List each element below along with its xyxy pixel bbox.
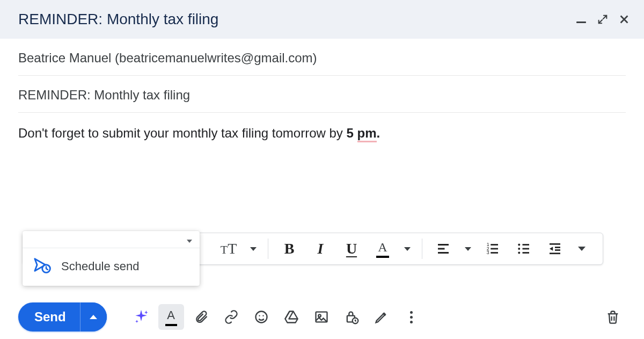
link-icon [224,309,239,324]
window-controls [574,12,631,26]
recipient-value: Beatrice Manuel (beatricemanuelwrites@gm… [18,51,317,65]
confidential-mode-button[interactable] [339,304,364,330]
body-text: Don't forget to submit your monthly tax … [18,126,347,140]
bold-icon: B [284,240,295,257]
caret-down-icon [578,247,586,251]
compose-title: REMINDER: Monthly tax filing [18,11,574,28]
numbered-list-button[interactable]: 1 2 3 [480,236,505,261]
italic-icon: I [318,240,324,257]
image-icon [314,309,329,324]
discard-draft-button[interactable] [600,304,626,330]
caret-down-icon [250,247,257,251]
more-options-button[interactable] [399,304,425,330]
svg-point-15 [518,252,520,254]
ai-write-button[interactable] [128,304,154,330]
insert-emoji-button[interactable] [248,304,274,330]
schedule-send-label: Schedule send [61,259,140,273]
toolbar-divider [268,239,268,259]
align-button[interactable] [431,236,456,261]
text-color-button[interactable]: A [370,236,395,261]
formatting-icon: A [165,308,177,326]
svg-point-13 [518,248,520,250]
recipient-field[interactable]: Beatrice Manuel (beatricemanuelwrites@gm… [18,39,626,76]
align-icon [435,241,451,257]
formatting-toggle-button[interactable]: A [158,304,184,330]
svg-point-27 [318,314,321,317]
caret-down-icon [465,247,471,251]
expand-icon [597,13,609,25]
bulleted-list-button[interactable] [511,236,536,261]
formatting-more-button[interactable] [574,236,590,261]
text-color-dropdown[interactable] [401,236,413,261]
underline-icon: U [346,240,357,257]
subject-field[interactable]: REMINDER: Monthly tax filing [18,76,626,113]
paperclip-icon [194,309,209,324]
insert-photo-button[interactable] [309,304,334,330]
lock-clock-icon [344,309,359,324]
font-size-icon: TT [221,240,237,257]
svg-marker-21 [550,247,553,251]
bulleted-list-icon [516,241,532,257]
caret-up-icon [90,315,97,319]
indent-less-button[interactable] [543,236,567,261]
fullscreen-button[interactable] [596,12,610,26]
indent-less-icon [547,241,563,257]
insert-drive-button[interactable] [279,304,304,330]
more-vertical-icon [410,311,413,323]
compose-body: Beatrice Manuel (beatricemanuelwrites@gm… [0,39,644,154]
svg-point-25 [262,315,264,316]
align-dropdown[interactable] [462,236,474,261]
caret-down-icon [404,247,411,251]
toolbar-divider [422,239,422,259]
svg-point-23 [255,312,267,323]
body-bold: 5 [347,126,357,140]
italic-button[interactable]: I [308,236,333,261]
sparkle-icon [133,308,150,326]
minimize-icon [576,21,586,23]
font-size-dropdown[interactable] [247,236,259,261]
subject-value: REMINDER: Monthly tax filing [18,88,190,102]
send-more-button[interactable] [80,302,107,331]
close-button[interactable] [617,12,631,26]
insert-link-button[interactable] [218,304,244,330]
schedule-send-item[interactable]: Schedule send [23,250,200,283]
insert-signature-button[interactable] [369,304,394,330]
minimize-button[interactable] [574,12,588,26]
close-icon [618,13,630,25]
attach-file-button[interactable] [188,304,214,330]
svg-point-24 [259,315,260,316]
schedule-send-popup: Schedule send [23,231,200,286]
send-label: Send [34,309,66,324]
send-button[interactable]: Send [18,302,80,331]
bold-button[interactable]: B [277,236,302,261]
text-color-icon: A [376,240,389,258]
body-bold-spellcheck: pm [357,126,377,142]
compose-action-bar: Send A [18,302,626,331]
font-size-button[interactable]: TT [216,236,241,261]
drive-icon [284,309,299,324]
pen-icon [374,309,389,324]
schedule-send-icon [33,256,52,277]
compose-header: REMINDER: Monthly tax filing [0,0,644,39]
trash-icon [605,309,620,324]
send-options-dropdown[interactable] [23,234,200,248]
svg-point-11 [518,244,520,246]
svg-text:3: 3 [487,250,489,255]
send-split-button: Send [18,302,107,331]
numbered-list-icon: 1 2 3 [485,241,501,257]
body-suffix: . [377,126,380,140]
message-body[interactable]: Don't forget to submit your monthly tax … [18,113,626,154]
underline-button[interactable]: U [339,236,364,261]
emoji-icon [254,309,269,324]
